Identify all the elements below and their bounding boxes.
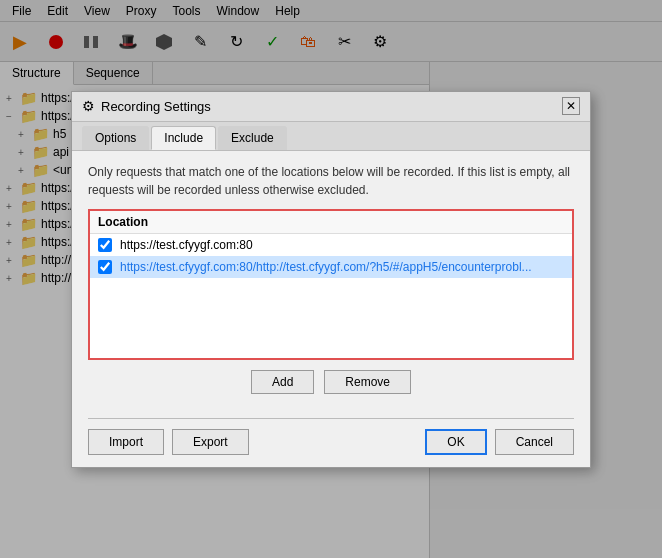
- location-text-0: https://test.cfyygf.com:80: [120, 238, 253, 252]
- import-button[interactable]: Import: [88, 429, 164, 455]
- dialog-title-icon: ⚙: [82, 98, 95, 114]
- dialog-description: Only requests that match one of the loca…: [88, 163, 574, 199]
- location-column-header: Location: [90, 211, 572, 234]
- location-table: Location https://test.cfyygf.com:80 http…: [88, 209, 574, 360]
- recording-settings-dialog: ⚙ Recording Settings ✕ Options Include E…: [71, 91, 591, 468]
- add-button[interactable]: Add: [251, 370, 314, 394]
- location-text-1: https://test.cfyygf.com:80/http://test.c…: [120, 260, 532, 274]
- dialog-title-text: Recording Settings: [101, 99, 211, 114]
- tab-exclude[interactable]: Exclude: [218, 126, 287, 150]
- footer-buttons: Import Export OK Cancel: [88, 418, 574, 455]
- location-row-0[interactable]: https://test.cfyygf.com:80: [90, 234, 572, 256]
- dialog-tabs: Options Include Exclude: [72, 122, 590, 151]
- tab-options[interactable]: Options: [82, 126, 149, 150]
- dialog-titlebar: ⚙ Recording Settings ✕: [72, 92, 590, 122]
- dialog-body: Only requests that match one of the loca…: [72, 151, 590, 418]
- remove-button[interactable]: Remove: [324, 370, 411, 394]
- ok-button[interactable]: OK: [425, 429, 486, 455]
- location-checkbox-1[interactable]: [98, 260, 112, 274]
- add-remove-row: Add Remove: [88, 370, 574, 394]
- location-checkbox-0[interactable]: [98, 238, 112, 252]
- cancel-button[interactable]: Cancel: [495, 429, 574, 455]
- tab-include[interactable]: Include: [151, 126, 216, 150]
- location-empty-area: [90, 278, 572, 358]
- modal-overlay: ⚙ Recording Settings ✕ Options Include E…: [0, 0, 662, 558]
- dialog-title: ⚙ Recording Settings: [82, 98, 211, 114]
- export-button[interactable]: Export: [172, 429, 249, 455]
- close-button[interactable]: ✕: [562, 97, 580, 115]
- dialog-footer: Import Export OK Cancel: [72, 418, 590, 467]
- location-row-1[interactable]: https://test.cfyygf.com:80/http://test.c…: [90, 256, 572, 278]
